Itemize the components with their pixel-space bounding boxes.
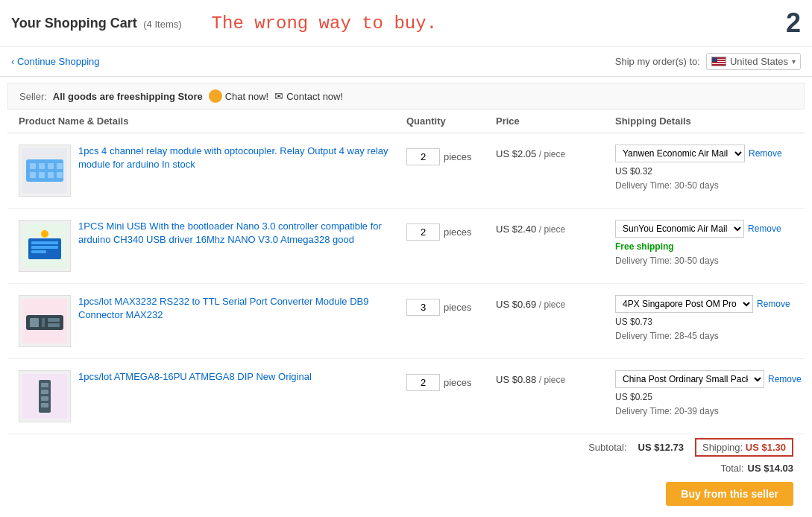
- product-cell-2: 1pcs/lot MAX3232 RS232 to TTL Serial Por…: [19, 295, 406, 347]
- chat-label: Chat now!: [225, 91, 269, 102]
- shipping-cell-1: SunYou Economic Air Mail Remove Free shi…: [615, 220, 793, 266]
- svg-rect-13: [31, 246, 58, 249]
- col-product: Product Name & Details: [19, 115, 406, 127]
- product-name-3[interactable]: 1pcs/lot ATMEGA8-16PU ATMEGA8 DIP New Or…: [78, 370, 312, 384]
- quantity-unit-1: pieces: [444, 226, 472, 238]
- country-selector[interactable]: United States ▾: [706, 53, 801, 70]
- shipping-cell-0: Yanwen Economic Air Mail Remove US $0.32…: [615, 145, 793, 191]
- shipping-cost-0: US $0.32: [615, 166, 793, 177]
- quantity-cell-2: pieces: [406, 295, 496, 316]
- svg-point-15: [41, 230, 48, 238]
- quantity-cell-3: pieces: [406, 370, 496, 391]
- col-shipping: Shipping Details: [615, 115, 793, 127]
- shipping-select-row-0: Yanwen Economic Air Mail Remove: [615, 145, 793, 162]
- product-image-0: [19, 145, 71, 197]
- product-image-3: [19, 370, 71, 422]
- wrong-way-text: The wrong way to buy.: [212, 13, 786, 34]
- remove-button-1[interactable]: Remove: [748, 223, 781, 234]
- shipping-method-select-3[interactable]: China Post Ordinary Small Packet: [615, 370, 764, 388]
- product-name-1[interactable]: 1PCS Mini USB With the bootloader Nano 3…: [78, 220, 406, 247]
- shipping-cell-2: 4PX Singapore Post OM Pro Remove US $0.7…: [615, 295, 793, 341]
- product-cell-3: 1pcs/lot ATMEGA8-16PU ATMEGA8 DIP New Or…: [19, 370, 406, 422]
- svg-rect-5: [57, 163, 63, 169]
- svg-rect-20: [48, 318, 60, 322]
- price-cell-3: US $0.88 / piece: [496, 370, 615, 385]
- quantity-input-1[interactable]: [406, 223, 440, 241]
- svg-rect-26: [41, 396, 48, 401]
- subtotal-amount: US $12.73: [638, 442, 684, 453]
- shipping-method-select-2[interactable]: 4PX Singapore Post OM Pro: [615, 295, 753, 313]
- price-amount-2: US $0.69: [496, 299, 536, 310]
- shipping-total-amount: US $1.30: [746, 442, 786, 453]
- shipping-select-row-2: 4PX Singapore Post OM Pro Remove: [615, 295, 793, 313]
- remove-button-3[interactable]: Remove: [768, 374, 802, 384]
- quantity-input-3[interactable]: [406, 374, 440, 391]
- delivery-time-2: Delivery Time: 28-45 days: [615, 331, 793, 341]
- delivery-time-3: Delivery Time: 20-39 days: [615, 406, 802, 416]
- svg-rect-8: [48, 172, 54, 178]
- cart-title: Your Shopping Cart: [11, 16, 137, 31]
- product-name-0[interactable]: 1pcs 4 channel relay module with optocou…: [78, 145, 406, 171]
- totals-row: Subtotal: US $12.73 Shipping: US $1.30: [7, 434, 805, 460]
- continue-shopping-link[interactable]: Continue Shopping: [11, 56, 100, 67]
- delivery-time-0: Delivery Time: 30-50 days: [615, 180, 793, 191]
- svg-rect-6: [30, 172, 36, 178]
- svg-rect-25: [41, 390, 48, 394]
- price-unit-0: / piece: [539, 149, 565, 159]
- svg-rect-27: [41, 403, 48, 407]
- quantity-input-0[interactable]: [406, 148, 440, 165]
- price-unit-1: / piece: [539, 224, 565, 235]
- ship-to-container: Ship my order(s) to: United States ▾: [615, 53, 801, 70]
- svg-rect-2: [30, 163, 36, 169]
- price-unit-2: / piece: [539, 299, 565, 310]
- cart-items-container: 1pcs 4 channel relay module with optocou…: [0, 133, 812, 434]
- total-label: Total:: [720, 463, 743, 474]
- delivery-time-1: Delivery Time: 30-50 days: [615, 256, 793, 266]
- price-unit-3: / piece: [539, 375, 565, 385]
- table-row: 1pcs/lot ATMEGA8-16PU ATMEGA8 DIP New Or…: [7, 359, 805, 434]
- svg-rect-4: [48, 163, 54, 169]
- quantity-input-2[interactable]: [406, 299, 440, 316]
- product-cell-1: 1PCS Mini USB With the bootloader Nano 3…: [19, 220, 406, 272]
- svg-rect-18: [30, 318, 39, 327]
- page-number: 2: [786, 7, 801, 39]
- shipping-total-label: Shipping:: [702, 442, 746, 453]
- total-final-row: Total: US $14.03: [7, 460, 805, 476]
- shipping-total-box: Shipping: US $1.30: [695, 438, 793, 457]
- svg-rect-7: [39, 172, 45, 178]
- nav-bar: Continue Shopping Ship my order(s) to: U…: [0, 47, 812, 77]
- shipping-cost-3: US $0.25: [615, 392, 802, 402]
- shipping-cost-2: US $0.73: [615, 317, 793, 327]
- price-cell-1: US $2.40 / piece: [496, 220, 615, 235]
- svg-rect-21: [48, 323, 60, 327]
- svg-rect-24: [41, 383, 48, 387]
- product-name-2[interactable]: 1pcs/lot MAX3232 RS232 to TTL Serial Por…: [78, 295, 406, 322]
- seller-name: All goods are freeshipping Store: [53, 91, 203, 102]
- contact-button[interactable]: ✉ Contact now!: [274, 90, 343, 102]
- remove-button-0[interactable]: Remove: [749, 148, 782, 159]
- col-price: Price: [496, 115, 615, 127]
- seller-bar: Seller: All goods are freeshipping Store…: [7, 83, 805, 110]
- price-amount-3: US $0.88: [496, 374, 536, 385]
- country-name: United States: [730, 56, 788, 67]
- table-row: 1pcs 4 channel relay module with optocou…: [7, 133, 805, 209]
- shipping-method-select-0[interactable]: Yanwen Economic Air Mail: [615, 145, 745, 162]
- chat-button[interactable]: Chat now!: [209, 89, 269, 103]
- price-amount-1: US $2.40: [496, 223, 536, 235]
- chevron-down-icon: ▾: [792, 57, 796, 66]
- shipping-select-row-1: SunYou Economic Air Mail Remove: [615, 220, 793, 238]
- shipping-cell-3: China Post Ordinary Small Packet Remove …: [615, 370, 802, 416]
- page-header: Your Shopping Cart (4 Items) The wrong w…: [0, 0, 812, 47]
- quantity-unit-3: pieces: [444, 377, 472, 388]
- shipping-method-select-1[interactable]: SunYou Economic Air Mail: [615, 220, 744, 238]
- remove-button-2[interactable]: Remove: [757, 299, 790, 309]
- buy-row: Buy from this seller: [7, 476, 805, 512]
- ship-label: Ship my order(s) to:: [615, 56, 700, 67]
- quantity-cell-0: pieces: [406, 145, 496, 165]
- cart-title-group: Your Shopping Cart (4 Items): [11, 16, 182, 31]
- quantity-cell-1: pieces: [406, 220, 496, 241]
- buy-from-seller-button[interactable]: Buy from this seller: [666, 482, 793, 506]
- table-row: 1PCS Mini USB With the bootloader Nano 3…: [7, 209, 805, 284]
- us-flag-icon: [711, 57, 726, 66]
- product-cell-0: 1pcs 4 channel relay module with optocou…: [19, 145, 406, 197]
